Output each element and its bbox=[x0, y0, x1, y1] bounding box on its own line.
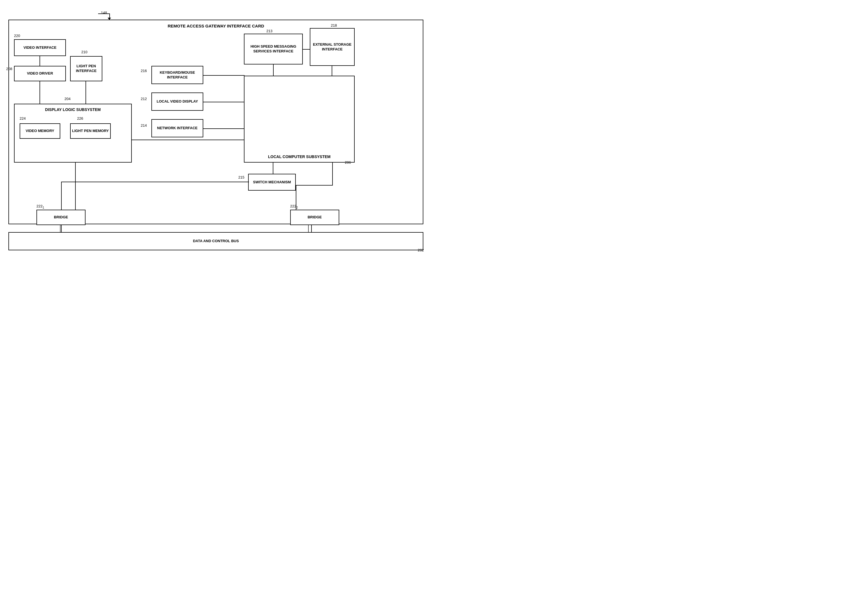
ref-226: 226 bbox=[77, 116, 83, 121]
ref-206: 206 bbox=[345, 160, 351, 164]
bridge2-box: BRIDGE bbox=[290, 210, 339, 225]
ref-222-2: 2222 bbox=[290, 204, 298, 209]
ref-213: 213 bbox=[267, 29, 273, 33]
ref-216: 216 bbox=[141, 69, 147, 73]
keyboard-mouse-box: KEYBOARD/MOUSE INTERFACE bbox=[151, 66, 203, 84]
ref-208: 208 bbox=[6, 67, 12, 71]
video-interface-box: VIDEO INTERFACE bbox=[14, 39, 66, 56]
ref-220: 220 bbox=[14, 34, 20, 38]
ref-212: 212 bbox=[141, 97, 147, 101]
ref-204: 204 bbox=[65, 97, 71, 101]
ref-222-1: 2221 bbox=[36, 204, 44, 209]
local-computer-box: LOCAL COMPUTER SUBSYSTEM bbox=[244, 76, 355, 163]
light-pen-interface-box: LIGHT PEN INTERFACE bbox=[70, 56, 102, 81]
ref-218: 218 bbox=[331, 23, 337, 28]
video-driver-box: VIDEO DRIVER bbox=[14, 66, 66, 81]
high-speed-messaging-box: HIGH SPEED MESSAGING SERVICES INTERFACE bbox=[244, 34, 303, 65]
video-memory-box: VIDEO MEMORY bbox=[20, 123, 60, 139]
bridge1-box: BRIDGE bbox=[36, 210, 85, 225]
ref-210: 210 bbox=[81, 50, 87, 54]
ref-214: 214 bbox=[141, 123, 147, 127]
local-computer-label: LOCAL COMPUTER SUBSYSTEM bbox=[268, 154, 330, 159]
main-card-title: REMOTE ACCESS GATEWAY INTERFACE CARD bbox=[9, 23, 423, 28]
ref-202: 202 bbox=[418, 248, 424, 252]
local-video-display-box: LOCAL VIDEO DISPLAY bbox=[151, 93, 203, 111]
ref-215: 215 bbox=[238, 175, 245, 180]
light-pen-memory-box: LIGHT PEN MEMORY bbox=[70, 123, 111, 139]
ref-148: 148 bbox=[101, 11, 107, 15]
diagram: 148 REMOTE ACCESS GATEWAY INTERFACE CARD… bbox=[0, 0, 434, 303]
network-interface-box: NETWORK INTERFACE bbox=[151, 119, 203, 137]
external-storage-box: EXTERNAL STORAGE INTERFACE bbox=[310, 28, 355, 66]
ref-224: 224 bbox=[20, 116, 26, 121]
data-bus-box: DATA AND CONTROL BUS bbox=[8, 232, 423, 250]
switch-mechanism-box: SWITCH MECHANISM bbox=[248, 174, 296, 191]
display-logic-label: DISPLAY LOGIC SUBSYSTEM bbox=[45, 107, 101, 112]
